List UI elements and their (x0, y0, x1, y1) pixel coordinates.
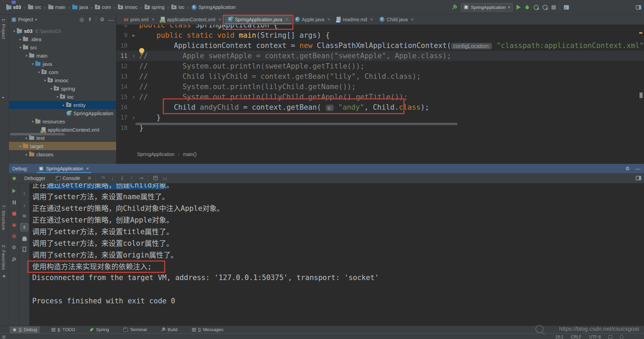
editor-tab-apple-java[interactable]: Apple.java✕ (292, 14, 333, 24)
tree-expand-arrow[interactable]: ▾ (24, 54, 29, 58)
editor-tab-pom-xml[interactable]: mpom.xml✕ (121, 14, 158, 24)
soft-wrap-icon[interactable]: ≋ (19, 212, 29, 220)
code-editor[interactable]: 8public class SpringApplication {9▶ publ… (117, 25, 644, 138)
breadcrumb-item[interactable]: ioc (171, 4, 184, 10)
breadcrumb-method[interactable]: main() (183, 152, 197, 157)
tree-item-target[interactable]: ▸target (9, 142, 116, 150)
layout-settings-icon[interactable] (636, 176, 641, 180)
run-button[interactable] (517, 5, 521, 10)
code-line-13[interactable]: 13// Child lilyChild = context.getBean("… (117, 71, 644, 82)
step-over-icon[interactable]: ↷ (101, 175, 105, 181)
run-configuration-select[interactable]: SpringApplication ▾ (461, 3, 513, 12)
close-icon[interactable]: ✕ (411, 17, 414, 22)
resume-button[interactable] (9, 187, 19, 195)
profiler-button[interactable] (543, 5, 548, 10)
force-step-into-icon[interactable]: ⇓ (120, 175, 124, 181)
code-line-9[interactable]: 9▶ public static void main(String[] args… (117, 30, 644, 40)
inspections-hector-icon[interactable] (620, 335, 623, 339)
tree-expand-arrow[interactable]: ▾ (30, 120, 35, 123)
close-icon[interactable]: ✕ (370, 17, 373, 22)
sidebar-item-structure[interactable]: 7: Structure (1, 205, 6, 230)
sidebar-item-project[interactable]: 1: Project (1, 19, 6, 39)
step-into-icon[interactable]: ↓ (111, 175, 114, 181)
caret-position[interactable]: 18:1 (555, 335, 563, 339)
breadcrumb-item[interactable]: SpringApplication (192, 4, 236, 10)
tree-expand-arrow[interactable]: ▾ (49, 87, 54, 90)
tree-expand-arrow[interactable]: ▾ (18, 46, 23, 49)
project-structure-icon[interactable] (564, 5, 569, 10)
code-line-15[interactable]: 15∧// System.out.println(lilyChild.getAp… (117, 92, 644, 102)
tree-expand-arrow[interactable]: ▸ (18, 144, 23, 148)
debug-console-output[interactable]: 正在通过setter的策略，创建Child对象。调用了setter方法，来设置n… (29, 183, 644, 326)
close-icon[interactable]: ✕ (151, 17, 155, 22)
pin-icon[interactable] (9, 255, 19, 263)
tree-item-com[interactable]: ▾com (9, 68, 116, 76)
project-view-select[interactable]: Project ▾ (12, 17, 37, 22)
tree-expand-arrow[interactable]: ▾ (30, 62, 35, 66)
code-line-11[interactable]: 11∨// Apple sweetApple = context.getBean… (117, 51, 644, 61)
breadcrumb-class[interactable]: SpringApplication (137, 152, 174, 157)
tree-item-java[interactable]: ▾java (9, 60, 116, 68)
tree-expand-arrow[interactable]: ▸ (61, 103, 66, 107)
tool-window-switcher-icon[interactable]: ⊞ (2, 335, 5, 339)
tool-window-button-debug[interactable]: 5: Debug (10, 326, 40, 333)
code-line-16[interactable]: 16 Child andyChild = context.getBean( s:… (117, 102, 644, 112)
tool-window-button-messages[interactable]: 0: Messages (189, 326, 226, 333)
breadcrumb-item[interactable]: java (72, 4, 88, 10)
gear-icon[interactable]: ⚙ (625, 166, 630, 172)
stop-button[interactable] (551, 5, 556, 10)
editor-scrollbar-thumb[interactable] (640, 93, 643, 98)
tree-expand-arrow[interactable]: ▸ (24, 136, 29, 140)
hide-panel-icon[interactable]: — (635, 166, 641, 172)
tree-item-spring[interactable]: ▾spring (9, 84, 116, 93)
code-line-12[interactable]: 12// System.out.println(sweetApple.getTi… (117, 61, 644, 71)
tool-window-button-build[interactable]: Build (158, 326, 180, 333)
step-out-icon[interactable]: ↑ (130, 175, 133, 181)
readonly-lock-icon[interactable] (608, 335, 612, 339)
code-line-14[interactable]: 14// System.out.println(lilyChild.getNam… (117, 82, 644, 92)
tool-window-button-terminal[interactable]: Terminal (121, 326, 149, 333)
print-icon[interactable] (19, 234, 29, 243)
scroll-to-end-icon[interactable]: ⇟ (20, 223, 28, 231)
intention-bulb-icon[interactable] (139, 48, 144, 53)
editor-tab-applicationcontext-xml[interactable]: applicationContext.xml✕ (158, 14, 224, 24)
tool-window-layout-icon[interactable] (636, 5, 641, 10)
close-icon[interactable]: ✕ (285, 17, 289, 22)
project-horizontal-scrollbar[interactable] (10, 133, 65, 135)
tab-debugger[interactable]: Debugger (22, 175, 48, 182)
code-line-8[interactable]: 8public class SpringApplication { (117, 25, 644, 30)
editor-tab-readme-md[interactable]: readme.md✕ (333, 14, 376, 24)
tree-expand-arrow[interactable]: ▾ (55, 95, 60, 99)
evaluate-expression-icon[interactable] (153, 176, 158, 180)
fold-marker[interactable]: ∨ (130, 53, 138, 58)
tool-window-button-todo[interactable]: 6: TODO (49, 326, 78, 333)
breadcrumb-item[interactable]: s03 (6, 4, 21, 10)
tree-item-imooc[interactable]: ▾imooc (9, 76, 116, 84)
down-stack-icon[interactable]: ↓ (19, 201, 29, 209)
fold-marker[interactable]: ∧ (130, 115, 138, 120)
locate-file-icon[interactable]: ◎ (80, 16, 84, 23)
code-line-10[interactable]: 10 ApplicationContext context = new Clas… (117, 40, 644, 51)
tree-expand-arrow[interactable]: ▾ (42, 78, 48, 82)
view-breakpoints-icon[interactable]: ◉ (9, 221, 19, 229)
tree-expand-arrow[interactable]: ▾ (12, 29, 17, 33)
breadcrumb-item[interactable]: spring (145, 4, 165, 10)
star-icon[interactable]: ★ (2, 274, 6, 279)
run-line-icon[interactable]: ▶ (132, 33, 135, 38)
tree-item-src[interactable]: ▾src (9, 43, 116, 51)
tab-console[interactable]: Console (53, 175, 83, 182)
sidebar-item-favorites[interactable]: 2: Favorites (1, 245, 6, 270)
hide-panel-icon[interactable]: — (108, 17, 113, 23)
gear-icon[interactable]: ⚙ (9, 243, 19, 252)
mute-breakpoints-icon[interactable]: ⊘ (9, 232, 19, 240)
tree-item-main[interactable]: ▾main (9, 51, 116, 60)
encoding[interactable]: UTF-8 (589, 335, 601, 339)
build-hammer-icon[interactable] (452, 4, 457, 10)
editor-horizontal-scrollbar[interactable] (135, 123, 458, 125)
fold-marker[interactable]: ∧ (130, 95, 138, 99)
tree-expand-arrow[interactable]: ▾ (36, 70, 41, 74)
tree-item-springapplication[interactable]: SpringApplication (9, 109, 116, 117)
tree-item-s03[interactable]: ▾s03E:\java\s03 (9, 27, 116, 35)
breadcrumb-item[interactable]: imooc (118, 4, 137, 10)
view-options-icon[interactable]: ⚏ (162, 175, 167, 181)
